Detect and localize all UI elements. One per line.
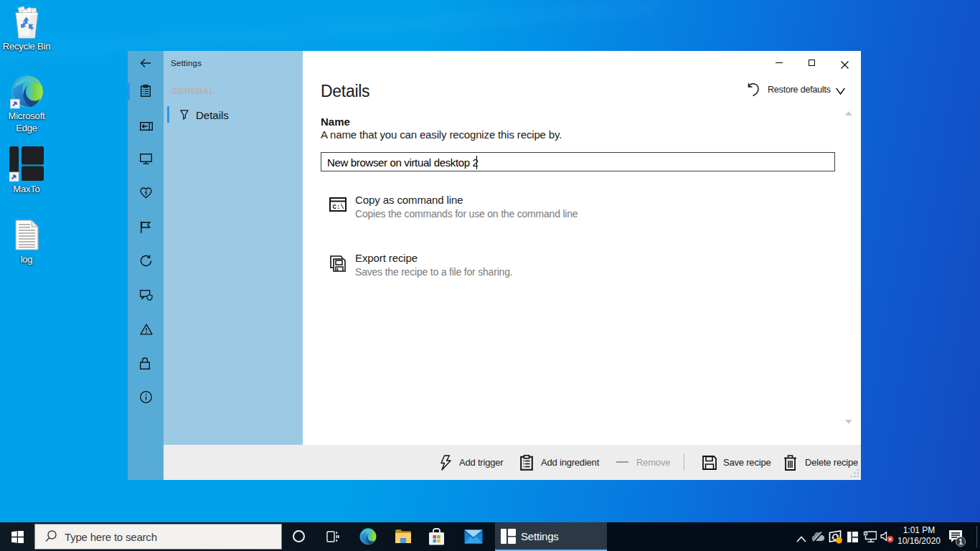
svg-text:C:\: C:\ bbox=[333, 204, 345, 211]
svg-text:1: 1 bbox=[958, 538, 963, 546]
